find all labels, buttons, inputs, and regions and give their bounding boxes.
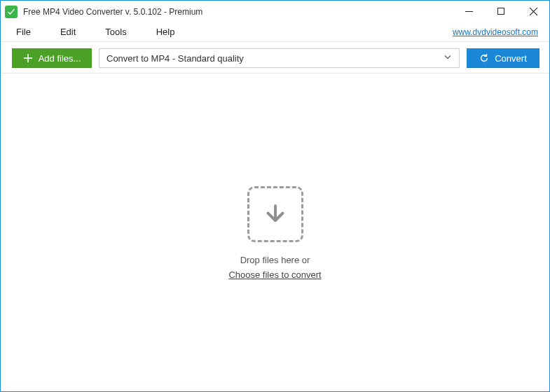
- site-link[interactable]: www.dvdvideosoft.com: [453, 27, 542, 37]
- drop-area[interactable]: Drop files here or Choose files to conve…: [1, 74, 549, 392]
- window-controls: [453, 1, 549, 22]
- drop-box-icon: [247, 186, 303, 242]
- maximize-button[interactable]: [485, 1, 517, 22]
- menu-file[interactable]: File: [9, 24, 38, 40]
- minimize-button[interactable]: [453, 1, 485, 22]
- window-title: Free MP4 Video Converter v. 5.0.102 - Pr…: [23, 7, 202, 17]
- toolbar: Add files... Convert to MP4 - Standard q…: [1, 42, 549, 73]
- convert-label: Convert: [495, 53, 527, 64]
- titlebar: Free MP4 Video Converter v. 5.0.102 - Pr…: [1, 1, 549, 22]
- app-icon: [5, 6, 18, 18]
- convert-button[interactable]: Convert: [467, 48, 539, 68]
- add-files-button[interactable]: Add files...: [12, 48, 92, 68]
- menu-tools[interactable]: Tools: [98, 24, 133, 40]
- menu-help[interactable]: Help: [149, 24, 182, 40]
- drop-hint: Drop files here or: [240, 255, 310, 265]
- menubar: File Edit Tools Help www.dvdvideosoft.co…: [1, 22, 549, 42]
- chevron-down-icon: [444, 53, 452, 64]
- preset-dropdown[interactable]: Convert to MP4 - Standard quality: [99, 48, 460, 68]
- preset-selected-label: Convert to MP4 - Standard quality: [106, 53, 244, 64]
- svg-rect-1: [497, 8, 504, 14]
- refresh-icon: [479, 53, 489, 63]
- choose-files-link[interactable]: Choose files to convert: [228, 270, 321, 280]
- menu-edit[interactable]: Edit: [53, 24, 83, 40]
- add-files-label: Add files...: [39, 53, 81, 64]
- plus-icon: [23, 53, 33, 63]
- close-button[interactable]: [517, 1, 549, 22]
